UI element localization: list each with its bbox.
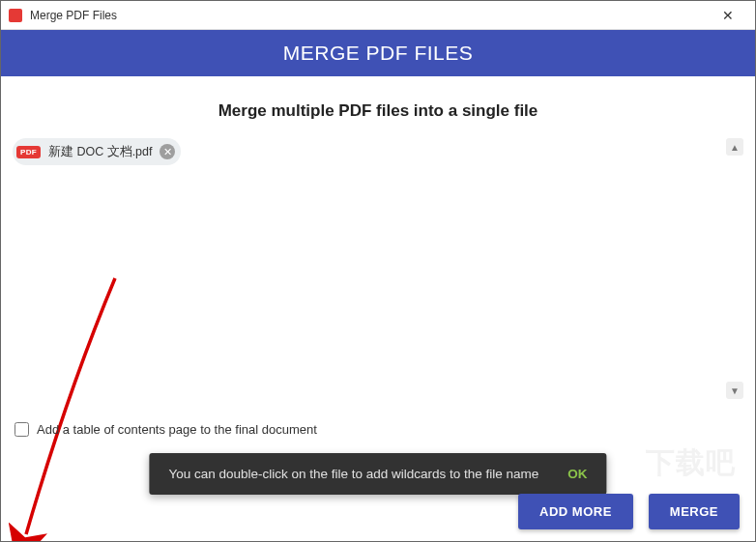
toc-label: Add a table of contents page to the fina… — [37, 422, 317, 437]
banner-title: MERGE PDF FILES — [283, 42, 474, 65]
pdf-badge-icon: PDF — [16, 146, 41, 158]
app-icon — [9, 9, 22, 22]
file-list-area: ▲ PDF 新建 DOC 文档.pdf ✕ ▼ — [1, 138, 755, 165]
subheading: Merge multiple PDF files into a single f… — [1, 101, 755, 121]
remove-file-icon[interactable]: ✕ — [160, 144, 175, 159]
close-icon[interactable]: ✕ — [709, 2, 747, 29]
toast-message: You can double-click on the file to add … — [168, 467, 538, 481]
annotation-arrow-icon — [9, 269, 134, 542]
toc-checkbox[interactable] — [15, 422, 29, 437]
banner: MERGE PDF FILES — [1, 30, 755, 76]
watermark: 下载吧 — [646, 443, 736, 483]
window-title: Merge PDF Files — [30, 9, 117, 22]
file-name: 新建 DOC 文档.pdf — [48, 144, 153, 160]
scroll-down-button[interactable]: ▼ — [726, 382, 743, 399]
scroll-up-button[interactable]: ▲ — [726, 138, 743, 156]
toast: You can double-click on the file to add … — [149, 453, 606, 495]
file-chip[interactable]: PDF 新建 DOC 文档.pdf ✕ — [13, 138, 181, 165]
add-more-button[interactable]: ADD MORE — [518, 494, 633, 529]
toast-ok-button[interactable]: OK — [567, 467, 587, 481]
toc-option-row: Add a table of contents page to the fina… — [15, 422, 317, 437]
titlebar: Merge PDF Files ✕ — [1, 1, 755, 30]
footer-actions: ADD MORE MERGE — [518, 494, 740, 529]
merge-button[interactable]: MERGE — [649, 494, 740, 529]
